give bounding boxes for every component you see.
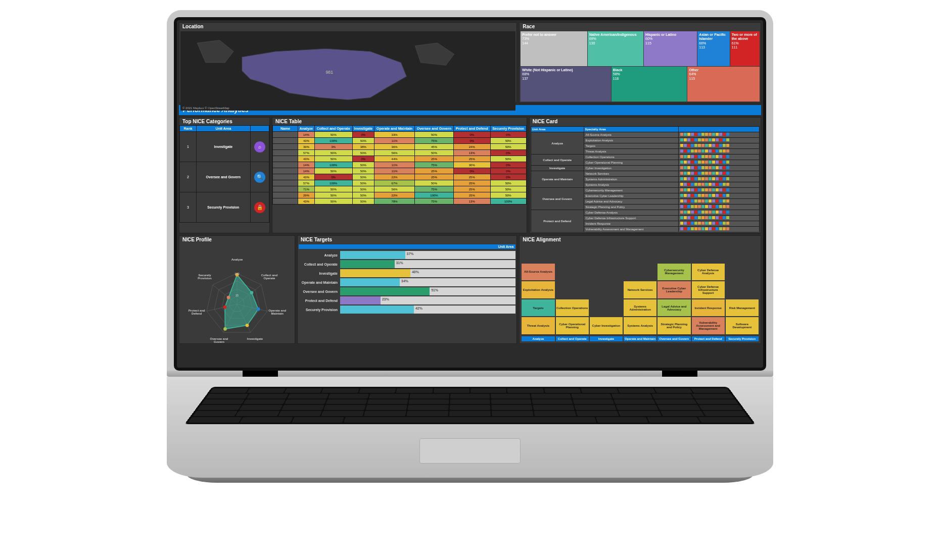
alignment-column-header: Protect and Defend [692, 336, 725, 341]
race-tile[interactable]: White (Not Hispanic or Latino)68%137 [521, 67, 610, 101]
svg-point-11 [223, 327, 227, 331]
alignment-cell[interactable]: Cyber Investigation [590, 317, 623, 334]
alignment-cell[interactable]: Cyber Defense Infrastructure Support [692, 281, 725, 298]
race-tile[interactable]: Black58%116 [612, 67, 687, 101]
svg-point-8 [250, 291, 254, 294]
nice-card-table: Unit AreaSpecialty Area AnalyzeAll-Sourc… [531, 126, 760, 232]
alignment-cell[interactable]: Vulnerability Assessment and Management [692, 317, 725, 334]
alignment-cell[interactable] [726, 281, 759, 298]
nice-profile-panel: NICE Profile 10025 AnalyzeCollect and Op… [179, 235, 295, 344]
alignment-cell[interactable]: Threat Analysis [522, 317, 554, 334]
race-treemap[interactable]: Prefer not to answer73%144Native America… [521, 31, 760, 101]
alignment-cell[interactable] [590, 299, 623, 317]
target-row: Investigate40% [299, 269, 515, 277]
map-value-label: 981 [325, 70, 333, 75]
alignment-cell[interactable]: Cyber Defense Analysis [692, 264, 725, 281]
dashboard-screen: Location 981 © 2021 Mapbox © OpenStreetM… [174, 17, 766, 371]
search-icon: ⌕ [254, 141, 265, 152]
nice-profile-title: NICE Profile [179, 236, 295, 243]
target-row: Collect and Operate31% [299, 260, 515, 268]
top-nice-table: RankUnit Area 1Investigate⌕2Oversee and … [179, 125, 269, 223]
svg-text:25: 25 [236, 294, 239, 297]
location-title: Location [179, 23, 516, 30]
race-title: Race [520, 23, 761, 30]
nice-alignment-title: NICE Alignment [520, 236, 761, 243]
alignment-cell[interactable]: Exploitation Analysis [522, 281, 554, 298]
targets-header: Unit Area [299, 244, 515, 249]
alignment-cell[interactable]: Systems Analysis [624, 317, 656, 334]
race-tile[interactable]: Hispanic or Latino60%115 [644, 31, 697, 66]
nice-table-panel: NICE Table NameAnalyzeCollect and Operat… [272, 117, 527, 233]
alignment-cell[interactable]: Executive Cyber Leadership [657, 281, 690, 298]
alignment-cell[interactable]: Cybersecurity Management [657, 264, 690, 281]
svg-text:100: 100 [234, 272, 239, 275]
race-tile[interactable]: Asian or Pacific Islander66%113 [697, 31, 729, 66]
targets-bars[interactable]: Analyze37%Collect and Operate31%Investig… [298, 250, 516, 315]
alignment-cell[interactable] [590, 264, 623, 281]
alignment-cell[interactable]: Systems Administration [624, 299, 656, 317]
alignment-cell[interactable] [624, 264, 656, 281]
race-tile[interactable]: Two or more of the above61%111 [730, 31, 760, 66]
alignment-cell[interactable] [590, 281, 623, 298]
location-panel: Location 981 © 2021 Mapbox © OpenStreetM… [179, 22, 517, 103]
top-nice-title: Top NICE Categories [179, 118, 269, 125]
race-tile[interactable]: Prefer not to answer73%144 [521, 31, 587, 66]
alignment-column-header: Collect and Operate [556, 336, 589, 341]
alignment-cell[interactable]: Risk Management [726, 299, 759, 317]
nice-card-panel: NICE Card Unit AreaSpecialty Area Analyz… [529, 117, 761, 233]
alignment-cell[interactable]: Software Development [726, 317, 759, 334]
race-tile[interactable]: Other64%115 [687, 67, 760, 101]
target-row: Securely Provision42% [299, 306, 515, 314]
laptop-mockup: Location 981 © 2021 Mapbox © OpenStreetM… [167, 10, 773, 483]
nice-targets-title: NICE Targets [298, 236, 516, 243]
location-map[interactable]: 981 © 2021 Mapbox © OpenStreetMap [180, 31, 515, 111]
nice-card-title: NICE Card [530, 118, 761, 125]
alignment-cell[interactable]: All-Source Analysis [522, 264, 554, 281]
alignment-cell[interactable] [726, 264, 759, 281]
alignment-column-header: Securely Provision [726, 336, 759, 341]
lock-icon: 🔒 [254, 202, 265, 213]
alignment-cell[interactable]: Legal Advice and Advocacy [657, 299, 690, 317]
svg-point-12 [223, 306, 227, 309]
alignment-cell[interactable]: Cyber Operational Planning [556, 317, 589, 334]
magnify-icon: 🔍 [254, 172, 265, 183]
alignment-cell[interactable]: Strategic Planning and Policy [657, 317, 690, 334]
target-row: Oversee and Govern51% [299, 287, 515, 295]
svg-point-9 [257, 308, 260, 311]
alignment-cell[interactable]: Targets [522, 299, 554, 317]
keyboard-graphic [184, 387, 756, 424]
map-attribution: © 2021 Mapbox © OpenStreetMap [182, 107, 229, 110]
nice-targets-panel: NICE Targets Unit Area Analyze37%Collect… [297, 235, 517, 344]
alignment-cell[interactable] [556, 281, 589, 298]
race-panel: Race Prefer not to answer73%144Native Am… [519, 22, 761, 103]
top-nice-panel: Top NICE Categories RankUnit Area 1Inves… [179, 117, 270, 233]
nice-alignment-panel: NICE Alignment All-Source AnalysisCybers… [519, 235, 761, 344]
alignment-cell[interactable]: Collection Operations [556, 299, 589, 317]
svg-point-10 [246, 324, 249, 327]
alignment-cell[interactable]: Incident Response [692, 299, 725, 317]
alignment-column-header: Analyze [522, 336, 554, 341]
trackpad-graphic [419, 438, 521, 464]
nice-radar-chart[interactable]: 10025 AnalyzeCollect and OperateOperate … [180, 244, 294, 359]
target-row: Operate and Maintain34% [299, 278, 515, 286]
target-row: Protect and Defend23% [299, 296, 515, 304]
nice-heatmap[interactable]: NameAnalyzeCollect and OperateInvestigat… [272, 125, 527, 205]
target-row: Analyze37% [299, 251, 515, 259]
alignment-column-header: Operate and Maintain [624, 336, 656, 341]
race-tile[interactable]: Native American/Indigenous69%130 [588, 31, 643, 66]
alignment-cell[interactable]: Network Services [624, 281, 656, 298]
alignment-column-header: Investigate [590, 336, 623, 341]
alignment-column-header: Oversee and Govern [657, 336, 690, 341]
nice-table-title: NICE Table [272, 118, 527, 125]
alignment-grid[interactable]: All-Source AnalysisCybersecurity Managem… [522, 245, 759, 334]
svg-point-13 [227, 296, 230, 299]
alignment-cell[interactable] [556, 264, 589, 281]
